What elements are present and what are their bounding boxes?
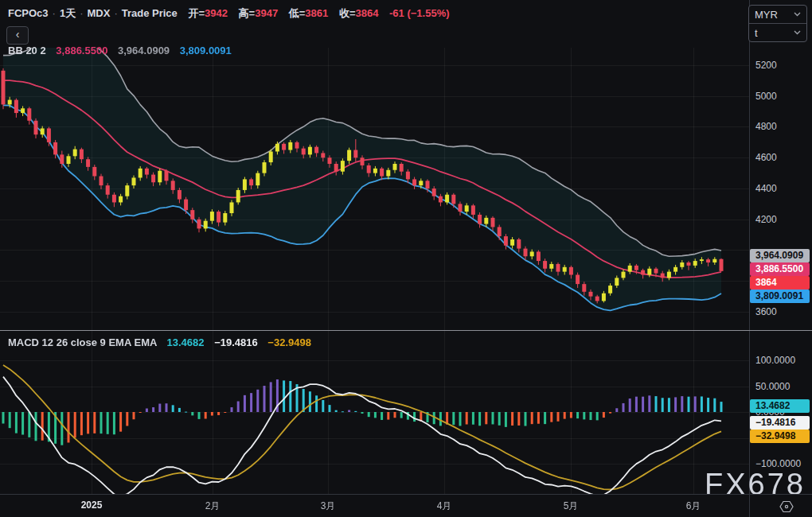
time-axis-label: 3月 [321,500,336,513]
separator-dot: · [53,7,56,19]
chart-header: FCPOc3·1天·MDX·Trade Price 开=3942 高=3947 … [8,6,450,21]
price-chart-canvas[interactable] [0,48,749,494]
hexagon-settings-icon [779,500,794,513]
macd-signal-value: −32.9498 [267,336,311,348]
exchange-label: MDX [88,7,111,19]
currency-panel: MYR t [748,5,807,42]
separator-dot: · [80,7,83,19]
symbol-title[interactable]: FCPOc3 [8,7,49,19]
bb-upper-value: 3,964.0909 [118,45,170,56]
time-axis-label: 2025 [81,500,103,511]
time-axis[interactable]: 20252月3月4月5月6月 [0,495,812,517]
close-label: 收= [339,7,356,19]
chevron-down-icon [794,30,801,35]
separator-dot: · [114,7,117,19]
price-axis[interactable]: 5200500048004600440042003600100.000050.0… [749,0,812,517]
open-label: 开= [188,7,205,19]
close-value: 3864 [355,7,378,19]
time-axis-label: 5月 [564,500,579,513]
change-value: -61 (−1.55%) [389,7,450,19]
bb-indicator-title[interactable]: BB 20 2 [8,45,46,56]
unit-value: t [755,27,758,39]
macd-tick-label: 100.0000 [755,355,795,366]
unit-dropdown[interactable]: t [749,23,806,41]
price-badge: 3,886.5500 [750,262,810,276]
macd-legend: MACD 12 26 close 9 EMA EMA 13.4682 −19.4… [8,336,311,348]
price-tick-label: 4200 [755,214,777,225]
macd-hist-value: 13.4682 [167,336,205,348]
back-button[interactable]: ‹ [6,26,29,45]
price-tick-label: 4800 [755,121,777,132]
open-value: 3942 [205,7,228,19]
low-value: 3861 [305,7,328,19]
macd-line-value: −19.4816 [214,336,258,348]
time-axis-label: 6月 [686,500,701,513]
price-tick-label: 5200 [755,60,777,71]
price-badge: 3,809.0091 [750,290,810,303]
macd-badge: −19.4816 [750,416,810,430]
chevron-left-icon: ‹ [16,28,20,41]
chart-window: FCPOc3·1天·MDX·Trade Price 开=3942 高=3947 … [0,0,812,517]
chart-settings-button[interactable] [779,500,794,513]
bb-legend: BB 20 2 3,886.5500 3,964.0909 3,809.0091 [8,45,232,56]
bb-middle-value: 3,886.5500 [56,45,107,56]
high-value: 3947 [255,7,278,19]
low-label: 低= [289,7,306,19]
currency-dropdown[interactable]: MYR [749,6,806,23]
pane-divider[interactable] [0,330,812,331]
price-tick-label: 4600 [755,152,777,163]
price-source-label: Trade Price [122,7,178,19]
price-badge: 3864 [750,276,810,290]
interval-label[interactable]: 1天 [60,7,76,19]
price-tick-label: 3600 [755,306,777,317]
macd-indicator-title[interactable]: MACD 12 26 close 9 EMA EMA [8,336,157,348]
macd-badge: −32.9498 [750,430,810,443]
time-axis-label: 2月 [205,500,221,513]
currency-value: MYR [755,9,778,21]
price-badge: 3,964.0909 [750,249,810,262]
macd-tick-label: 50.0000 [755,381,790,392]
bb-lower-value: 3,809.0091 [180,45,232,56]
time-axis-label: 4月 [437,500,452,513]
high-label: 高= [239,7,256,19]
price-tick-label: 4400 [755,183,777,194]
price-tick-label: 5000 [755,91,777,102]
chevron-down-icon [794,12,801,17]
macd-badge: 13.4682 [750,399,810,413]
